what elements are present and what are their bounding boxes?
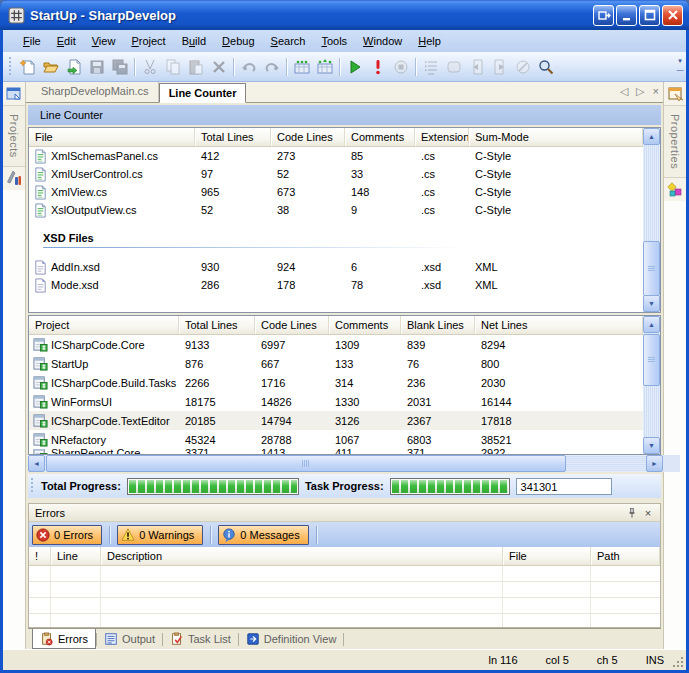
file-row[interactable]: AddIn.xsd 930 924 6 .xsd XML: [29, 258, 643, 276]
paste-icon[interactable]: [184, 56, 207, 78]
project-row[interactable]: ICSharpCode.Build.Tasks 2266 1716 314 23…: [29, 373, 643, 392]
new-file-icon[interactable]: [16, 56, 39, 78]
close-button[interactable]: [662, 5, 683, 26]
projects-pad-icon[interactable]: [3, 82, 25, 106]
scroll-right-icon[interactable]: ►: [646, 455, 663, 472]
file-row[interactable]: XmlView.cs 965 673 148 .cs C-Style: [29, 183, 643, 201]
toolbar-button[interactable]: [336, 56, 343, 78]
column-header[interactable]: File: [29, 128, 195, 146]
pin-icon[interactable]: [624, 506, 640, 520]
build-all-icon[interactable]: [313, 56, 336, 78]
files-vertical-scrollbar[interactable]: ▲ ▼: [643, 128, 660, 312]
column-header[interactable]: Comments: [345, 128, 415, 146]
maximize-button[interactable]: [639, 5, 660, 26]
file-row[interactable]: XslOutputView.cs 52 38 9 .cs C-Style: [29, 201, 643, 219]
cut-icon[interactable]: [138, 56, 161, 78]
column-header[interactable]: File: [503, 547, 591, 565]
document-tab[interactable]: Line Counter: [159, 83, 247, 103]
file-row[interactable]: XmlSchemasPanel.cs 412 273 85 .cs C-Styl…: [29, 147, 643, 165]
projects-horizontal-scrollbar[interactable]: ◄ ►: [28, 455, 680, 472]
menu-item[interactable]: Debug: [214, 32, 262, 50]
scroll-down-icon[interactable]: ▼: [643, 437, 660, 454]
open-from-project-icon[interactable]: [62, 56, 85, 78]
scrollbar-thumb[interactable]: [46, 455, 566, 472]
tab-close-icon[interactable]: ×: [653, 85, 659, 98]
filter-toggle-button[interactable]: 0 Warnings: [117, 525, 203, 545]
scrollbar-thumb[interactable]: [643, 334, 660, 386]
menu-item[interactable]: Window: [355, 32, 410, 50]
bookmark-prev-icon[interactable]: [465, 56, 488, 78]
toolbar-grip[interactable]: [8, 57, 13, 77]
project-row[interactable]: ICSharpCode.Core 9133 6997 1309 839 8294: [29, 335, 643, 354]
scroll-left-icon[interactable]: ◄: [28, 455, 45, 472]
scroll-up-icon[interactable]: ▲: [643, 128, 660, 145]
pad-tab[interactable]: Definition View: [239, 629, 344, 649]
project-row[interactable]: NRefactory 45324 28788 1067 6803 38521: [29, 430, 643, 449]
toolbar-button[interactable]: [412, 56, 419, 78]
pad-tab[interactable]: Output: [97, 629, 162, 649]
column-header[interactable]: Comments: [329, 316, 401, 334]
column-header[interactable]: Sum-Mode: [469, 128, 643, 146]
column-header[interactable]: Project: [29, 316, 179, 334]
toolbar-overflow-chevron[interactable]: ▾—: [675, 56, 685, 78]
toolbar-button[interactable]: [230, 56, 237, 78]
undo-icon[interactable]: [237, 56, 260, 78]
column-header[interactable]: Code Lines: [271, 128, 345, 146]
column-header[interactable]: Net Lines: [475, 316, 643, 334]
toolbox-pad-icon[interactable]: [664, 177, 686, 201]
project-row[interactable]: WinFormsUI 18175 14826 1330 2031 16144: [29, 392, 643, 411]
filter-toggle-button[interactable]: 0 Errors: [32, 525, 102, 545]
search-icon[interactable]: [534, 56, 557, 78]
bookmark-next-icon[interactable]: [488, 56, 511, 78]
column-header[interactable]: Description: [101, 547, 503, 565]
project-row[interactable]: StartUp 876 667 133 76 800: [29, 354, 643, 373]
column-header[interactable]: !: [29, 547, 51, 565]
pad-tab[interactable]: Task List: [163, 629, 238, 649]
build-icon[interactable]: [290, 56, 313, 78]
document-tab[interactable]: SharpDevelopMain.cs: [32, 82, 159, 102]
scroll-up-icon[interactable]: ▲: [643, 316, 660, 333]
menu-item[interactable]: Build: [174, 32, 214, 50]
menu-item[interactable]: Edit: [49, 32, 84, 50]
stop-icon[interactable]: [389, 56, 412, 78]
column-header[interactable]: Total Lines: [179, 316, 255, 334]
column-header[interactable]: Blank Lines: [401, 316, 475, 334]
menu-item[interactable]: View: [84, 32, 124, 50]
tab-scroll-left-icon[interactable]: ◁: [620, 85, 628, 98]
toolbar-button[interactable]: [283, 56, 290, 78]
redo-icon[interactable]: [260, 56, 283, 78]
menu-item[interactable]: Project: [123, 32, 173, 50]
nav-history-icon[interactable]: [419, 56, 442, 78]
project-row[interactable]: ICSharpCode.TextEditor 20185 14794 3126 …: [29, 411, 643, 430]
bookmark-toggle-icon[interactable]: [442, 56, 465, 78]
column-header[interactable]: Code Lines: [255, 316, 329, 334]
breakpoint-icon[interactable]: [366, 56, 389, 78]
column-header[interactable]: Path: [591, 547, 660, 565]
filter-toggle-button[interactable]: 0 Messages: [218, 525, 308, 545]
resize-grip[interactable]: [672, 656, 684, 668]
pad-tab[interactable]: Errors: [32, 629, 96, 649]
menu-item[interactable]: File: [15, 32, 49, 50]
scroll-down-icon[interactable]: ▼: [643, 295, 660, 312]
properties-pad-icon[interactable]: [664, 82, 686, 106]
toolbar-button[interactable]: [131, 56, 138, 78]
save-icon[interactable]: [85, 56, 108, 78]
properties-pad-tab[interactable]: Properties: [669, 114, 681, 169]
scrollbar-thumb[interactable]: [643, 241, 660, 296]
menu-item[interactable]: Search: [263, 32, 314, 50]
column-header[interactable]: Total Lines: [195, 128, 271, 146]
file-row[interactable]: XmlUserControl.cs 97 52 33 .cs C-Style: [29, 165, 643, 183]
tab-scroll-right-icon[interactable]: ▷: [636, 85, 644, 98]
column-header[interactable]: Line: [51, 547, 101, 565]
bookmark-clear-icon[interactable]: [511, 56, 534, 78]
copy-icon[interactable]: [161, 56, 184, 78]
save-all-icon[interactable]: [108, 56, 131, 78]
open-file-icon[interactable]: [39, 56, 62, 78]
menu-item[interactable]: Tools: [313, 32, 355, 50]
file-row[interactable]: Mode.xsd 286 178 78 .xsd XML: [29, 276, 643, 294]
projects-pad-tab[interactable]: Projects: [8, 114, 20, 158]
projects-vertical-scrollbar[interactable]: ▲ ▼: [643, 316, 660, 454]
tools-pad-icon[interactable]: [3, 166, 25, 190]
run-icon[interactable]: [343, 56, 366, 78]
progress-toolbar-grip[interactable]: [30, 478, 35, 494]
